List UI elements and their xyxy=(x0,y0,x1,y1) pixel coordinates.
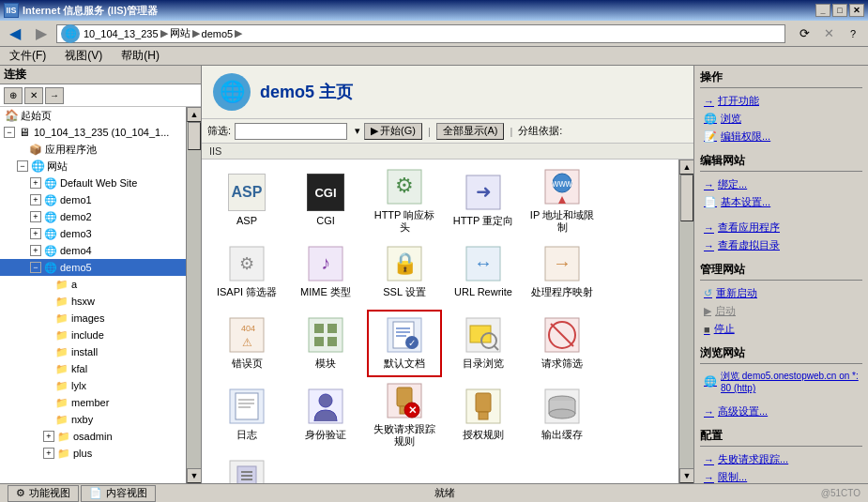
window-controls[interactable]: _ □ ✕ xyxy=(815,4,864,17)
tree-item-nxby[interactable]: 📁 nxby xyxy=(0,411,186,428)
right-action-advanced-settings[interactable]: → 高级设置... xyxy=(700,403,862,420)
tree-item-default[interactable]: + 🌐 Default Web Site xyxy=(0,175,186,191)
demo1-toggle[interactable]: + xyxy=(30,194,41,205)
osadmin-toggle[interactable]: + xyxy=(43,431,54,442)
right-action-view-vdirs[interactable]: → 查看虚拟目录 xyxy=(700,236,862,254)
refresh-btn[interactable]: ⟳ xyxy=(793,23,815,44)
tree-item-a[interactable]: 📁 a xyxy=(0,276,186,293)
demo2-toggle[interactable]: + xyxy=(30,211,41,222)
tree-item-images[interactable]: 📁 images xyxy=(0,310,186,327)
icon-url-rewrite[interactable]: ↔ URL Rewrite xyxy=(446,238,521,306)
icons-scroll-up[interactable]: ▲ xyxy=(679,160,693,175)
icon-ip-limit[interactable]: www IP 地址和域限制 xyxy=(525,167,600,235)
tree-item-demo1[interactable]: + 🌐 demo1 xyxy=(0,191,186,208)
right-action-bind[interactable]: → 绑定... xyxy=(700,175,862,193)
feature-view-tab[interactable]: ⚙ 功能视图 xyxy=(8,485,79,502)
right-action-browse[interactable]: 🌐 浏览 xyxy=(700,110,862,128)
right-action-stop[interactable]: ■ 停止 xyxy=(700,320,862,338)
tree-item-demo4[interactable]: + 🌐 demo4 xyxy=(0,242,186,259)
scroll-thumb[interactable] xyxy=(188,122,201,150)
icon-log[interactable]: 日志 xyxy=(209,381,284,449)
back-button[interactable]: ◀ xyxy=(4,23,26,44)
stop-btn[interactable]: ✕ xyxy=(817,23,840,44)
right-action-edit-perms[interactable]: 📝 编辑权限... xyxy=(700,128,862,145)
demo3-toggle[interactable]: + xyxy=(30,228,41,239)
address-input[interactable]: 🌐 10_104_13_235 ▶ 网站 ▶ demo5 ▶ xyxy=(56,24,785,43)
icon-auth[interactable]: 身份验证 xyxy=(288,381,363,449)
menu-view[interactable]: 视图(V) xyxy=(59,46,108,66)
scroll-up-btn[interactable]: ▲ xyxy=(187,107,201,122)
icon-mime[interactable]: ♪ MIME 类型 xyxy=(288,238,363,306)
right-action-browse-url[interactable]: 🌐 浏览 demo5.onestopweb.cn on *:80 (http) xyxy=(700,368,862,395)
start-button[interactable]: ▶ 开始(G) xyxy=(364,123,422,140)
minimize-button[interactable]: _ xyxy=(815,4,830,17)
show-all-button[interactable]: 全部显示(A) xyxy=(436,123,505,140)
menu-help[interactable]: 帮助(H) xyxy=(115,46,165,66)
tree-item-lylx[interactable]: 📁 lylx xyxy=(0,377,186,394)
right-action-basic-settings[interactable]: 📄 基本设置... xyxy=(700,193,862,211)
tree-item-kfal[interactable]: 📁 kfal xyxy=(0,360,186,377)
browse-url-icon: 🌐 xyxy=(704,375,717,388)
sites-toggle[interactable]: − xyxy=(17,160,28,172)
icon-http-redirect[interactable]: ➜ HTTP 重定向 xyxy=(446,167,521,235)
tree-label-plus: plus xyxy=(73,448,92,459)
help-btn[interactable]: ? xyxy=(842,23,864,44)
close-button[interactable]: ✕ xyxy=(849,4,864,17)
icons-scrollbar[interactable]: ▲ ▼ xyxy=(678,160,693,483)
icon-asp[interactable]: ASP ASP xyxy=(209,167,284,235)
plus-toggle[interactable]: + xyxy=(43,448,54,459)
tree-item-demo2[interactable]: + 🌐 demo2 xyxy=(0,208,186,225)
scroll-down-btn[interactable]: ▼ xyxy=(187,468,201,483)
right-action-open[interactable]: → 打开功能 xyxy=(700,92,862,110)
filter-dropdown-btn[interactable]: ▾ xyxy=(355,125,360,137)
default-toggle[interactable]: + xyxy=(30,177,41,189)
icon-dir-browse[interactable]: 目录浏览 xyxy=(446,310,521,377)
tree-item-member[interactable]: 📁 member xyxy=(0,394,186,411)
right-action-restart[interactable]: ↺ 重新启动 xyxy=(700,284,862,302)
tree-item-sites[interactable]: − 🌐 网站 xyxy=(0,158,186,175)
icon-ssl[interactable]: 🔒 SSL 设置 xyxy=(367,238,442,306)
tree-scrollbar[interactable]: ▲ ▼ xyxy=(186,107,201,483)
delete-connection-btn[interactable]: ✕ xyxy=(24,87,43,104)
filter-input[interactable] xyxy=(235,123,347,140)
icon-handler-mapping[interactable]: → 处理程序映射 xyxy=(525,238,600,306)
move-btn[interactable]: → xyxy=(45,87,64,104)
new-connection-btn[interactable]: ⊕ xyxy=(4,87,23,104)
forward-button[interactable]: ▶ xyxy=(30,23,53,44)
tree-item-server[interactable]: − 🖥 10_104_13_235 (10_104_1... xyxy=(0,124,186,141)
tree-item-hsxw[interactable]: 📁 hsxw xyxy=(0,293,186,310)
icon-default-doc[interactable]: ✓ 默认文档 xyxy=(367,310,442,377)
tree-label-server: 10_104_13_235 (10_104_1... xyxy=(34,127,169,138)
icon-request-filter[interactable]: 请求筛选 xyxy=(525,310,600,377)
demo4-toggle[interactable]: + xyxy=(30,245,41,256)
menu-file[interactable]: 文件(F) xyxy=(4,46,52,66)
demo5-toggle[interactable]: − xyxy=(30,262,41,273)
right-action-start[interactable]: ▶ 启动 xyxy=(700,302,862,320)
tree-item-apppool[interactable]: 📦 应用程序池 xyxy=(0,141,186,158)
isapi-filter-label: ISAPI 筛选器 xyxy=(217,286,277,298)
icons-scroll-down[interactable]: ▼ xyxy=(679,468,693,483)
tree-item-include[interactable]: 📁 include xyxy=(0,327,186,343)
tree-item-home[interactable]: 🏠 起始页 xyxy=(0,107,186,124)
icon-failed-request[interactable]: ✕ 失败请求跟踪规则 xyxy=(367,381,442,449)
icon-cgi[interactable]: CGI CGI xyxy=(288,167,363,235)
icon-auth-rule[interactable]: 授权规则 xyxy=(446,381,521,449)
maximize-button[interactable]: □ xyxy=(832,4,847,17)
tree-item-osadmin[interactable]: + 📁 osadmin xyxy=(0,428,186,445)
icon-module[interactable]: 模块 xyxy=(288,310,363,377)
right-action-view-apps[interactable]: → 查看应用程序 xyxy=(700,219,862,236)
right-action-limits[interactable]: → 限制... xyxy=(700,468,862,483)
icon-isapi-filter[interactable]: ⚙ ISAPI 筛选器 xyxy=(209,238,284,306)
tree-item-demo5[interactable]: − 🌐 demo5 xyxy=(0,259,186,276)
server-toggle[interactable]: − xyxy=(4,127,15,138)
icons-scroll-thumb[interactable] xyxy=(680,175,693,221)
tree-item-install[interactable]: 📁 install xyxy=(0,343,186,360)
tree-item-plus[interactable]: + 📁 plus xyxy=(0,445,186,462)
right-action-failed-req-trace[interactable]: → 失败请求跟踪... xyxy=(700,450,862,468)
content-view-tab[interactable]: 📄 内容视图 xyxy=(81,485,156,502)
icon-compress[interactable]: 压缩 xyxy=(209,452,284,483)
icon-output-cache[interactable]: 输出缓存 xyxy=(525,381,600,449)
tree-item-demo3[interactable]: + 🌐 demo3 xyxy=(0,225,186,242)
icon-error-page[interactable]: 404 ⚠ 错误页 xyxy=(209,310,284,377)
icon-http-response[interactable]: ⚙ HTTP 响应标头 xyxy=(367,167,442,235)
